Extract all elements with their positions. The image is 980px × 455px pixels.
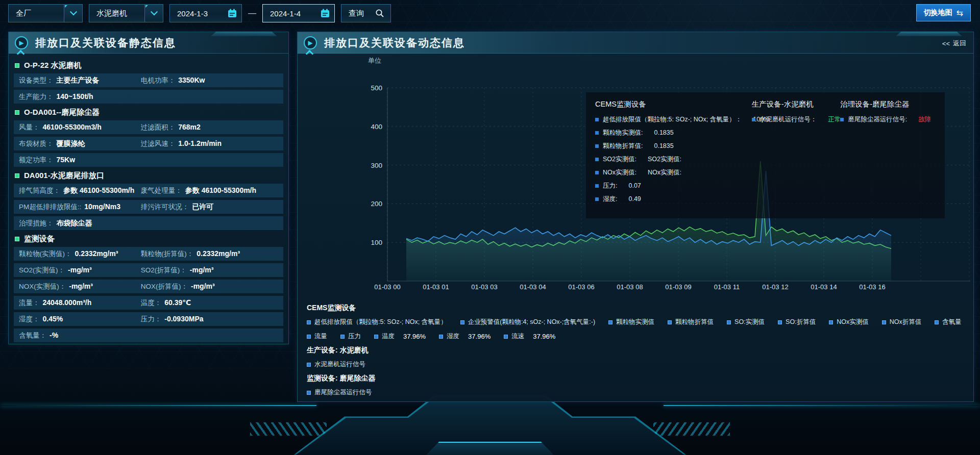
legend-item[interactable]: NOx实测值 <box>829 318 869 326</box>
info-row: PM超低排排放限值::10mg/Nm3排污许可状况：已许可 <box>14 200 283 214</box>
info-value: 覆膜涤纶 <box>57 139 85 148</box>
tooltip-column-title: CEMS监测设备 <box>595 99 752 109</box>
section-heading-label: DA001-水泥磨尾排放口 <box>24 171 104 181</box>
info-label: 电机功率： <box>141 76 176 85</box>
chart-x-tick-label: 01-03 16 <box>859 283 885 291</box>
chart-legend-area: CEMS监测设备超低排放限值（颗拉物:5: SOz-; NOx; 含氧量）企业预… <box>298 293 973 397</box>
legend-bullet-icon <box>504 335 508 339</box>
legend-bullet-icon <box>439 335 443 339</box>
plant-select[interactable]: 全厂 <box>8 4 83 22</box>
info-label: 温度： <box>141 298 162 308</box>
glow-line-left <box>0 405 316 406</box>
blue-square-bullet <box>595 171 599 174</box>
legend-item[interactable]: 颗粒物实测值 <box>608 318 654 326</box>
legend-item[interactable]: 颗粒物折算值 <box>668 318 714 326</box>
chevron-down-icon[interactable] <box>144 5 163 22</box>
blue-square-bullet <box>595 158 599 161</box>
legend-item[interactable]: 超低排放限值（颗拉物:5: SOz-; NOx; 含氧量） <box>307 318 447 326</box>
legend-item[interactable]: NOx折算值 <box>882 318 922 326</box>
section-heading-label: O-DA001--磨尾除尘器 <box>24 108 100 117</box>
static-info-header: ▶ 排放口及关联设备静态信息 <box>9 32 288 54</box>
start-date-value: 2024-1-3 <box>170 9 223 18</box>
chart-y-tick-label: 400 <box>371 123 382 131</box>
chart-x-tick-label: 01-03 04 <box>520 283 546 291</box>
info-cell: 含氧量：-% <box>19 331 141 340</box>
tooltip-item-value: 正常 <box>828 115 841 124</box>
end-date-input[interactable]: 2024-1-4 <box>262 4 335 22</box>
tooltip-item-value: 0.49 <box>628 195 641 203</box>
info-value: 参数 46100-55300m/h <box>185 186 256 195</box>
legend-item[interactable]: 水泥磨机运行信号 <box>307 360 365 369</box>
info-cell: 治理措施：布袋除尘器 <box>19 219 141 228</box>
section-heading: DA001-水泥磨尾排放口 <box>15 171 282 181</box>
tooltip-item: 湿度:0.49 <box>595 195 752 204</box>
section-heading: O-P-22 水泥磨机 <box>15 61 282 70</box>
info-cell: 颗粒物(实测值)：0.2332mg/m³ <box>19 249 141 259</box>
legend-item-label: 压力 <box>348 332 361 341</box>
hatch-decoration-left <box>250 422 327 436</box>
calendar-icon[interactable] <box>316 5 334 22</box>
info-value: 60.39℃ <box>164 298 191 307</box>
legend-item[interactable]: 流量 <box>307 332 327 341</box>
legend-item[interactable]: 压力 <box>340 332 361 341</box>
chart-y-tick-label: 200 <box>371 200 382 208</box>
info-label: 流量： <box>19 298 40 308</box>
info-value: 参数 46100-55300m/h <box>63 186 134 195</box>
tooltip-item-label: 颗粒物实测值: <box>603 129 643 137</box>
info-row: 生产能力：140~150t/h <box>14 90 283 104</box>
legend-item-label: 流速 <box>511 332 524 341</box>
legend-bullet-icon <box>307 320 311 324</box>
legend-items-row: 磨尾除尘器运行信号 <box>307 388 964 397</box>
emission-line-chart[interactable]: 单位10020030040050001-03 0001-03 0101-03 0… <box>298 54 973 293</box>
chart-x-tick-label: 01-03 12 <box>762 283 788 291</box>
legend-item[interactable]: 流速37.96% <box>504 332 555 341</box>
legend-item[interactable]: SO:实测值 <box>727 318 765 326</box>
legend-item-value: 37.96% <box>403 333 426 340</box>
info-value: 0.2332mg/m³ <box>75 249 118 258</box>
tooltip-column: CEMS监测设备超低排放限值（颗拉物:5: SOz-; NOx; 含氧量）：10… <box>595 99 752 211</box>
tooltip-item-value: 0.1835 <box>654 142 673 149</box>
legend-item[interactable]: 温度37.96% <box>374 332 426 341</box>
info-row: 含氧量：-% <box>14 328 283 342</box>
info-label: 额定功率： <box>19 156 54 165</box>
info-value: 主要生产设备 <box>57 76 100 85</box>
tooltip-item: 颗粒物实测值:0.1835 <box>595 129 752 137</box>
legend-item[interactable]: 企业预警值(颗粒物:4; sOz-; NOx-;含氧气量:-) <box>460 318 595 326</box>
info-cell: 设备类型：主要生产设备 <box>19 76 141 85</box>
calendar-icon[interactable] <box>223 5 241 22</box>
info-cell: 湿度：0.45% <box>19 315 141 324</box>
chart-x-tick-label: 01-03 08 <box>617 283 643 291</box>
device-select[interactable]: 水泥磨机 <box>89 4 163 22</box>
tooltip-item: SO2实测值:SO2实测值: <box>595 155 752 164</box>
info-value: -mg/m³ <box>69 282 93 290</box>
info-cell: SO2(折算值)：-mg/m³ <box>141 266 278 275</box>
chart-x-tick-label: 01-03 03 <box>471 283 497 291</box>
legend-bullet-icon <box>935 320 939 324</box>
info-cell: 流量：24048.000m³/h <box>19 298 141 308</box>
chevron-down-icon[interactable] <box>64 5 82 22</box>
query-button[interactable]: 查询 <box>341 4 391 22</box>
switch-map-button[interactable]: 切换地图 ⇆ <box>916 4 971 21</box>
info-value: 24048.000m³/h <box>43 298 92 307</box>
info-label: 排污许可状况： <box>141 203 189 212</box>
blue-square-bullet <box>595 144 599 148</box>
back-button[interactable]: << 返回 <box>942 39 966 48</box>
legend-bullet-icon <box>727 320 731 324</box>
legend-item[interactable]: SO:折算值 <box>778 318 816 326</box>
tooltip-item: 磨尾除尘器运行信号:故障 <box>840 115 936 124</box>
legend-item[interactable]: 含氧量 <box>935 318 962 326</box>
info-label: 颗粒物(实测值)： <box>19 249 72 259</box>
info-cell: 排污许可状况：已许可 <box>141 203 278 212</box>
legend-item[interactable]: 湿度37.96% <box>439 332 491 341</box>
legend-bullet-icon <box>374 335 378 339</box>
info-cell: 压力：-0.0930MPa <box>141 315 278 324</box>
start-date-input[interactable]: 2024-1-3 <box>169 4 242 22</box>
legend-item[interactable]: 磨尾除尘器运行信号 <box>307 388 372 397</box>
tooltip-item: 超低排放限值（颗拉物:5: SOz-; NOx; 含氧量）：100% <box>595 115 752 124</box>
switch-arrows-icon: ⇆ <box>957 8 963 18</box>
legend-bullet-icon <box>307 335 311 339</box>
green-square-bullet <box>15 110 19 115</box>
query-button-label: 查询 <box>341 9 375 18</box>
green-square-bullet <box>15 173 19 178</box>
legend-item-label: SO:实测值 <box>734 318 765 326</box>
